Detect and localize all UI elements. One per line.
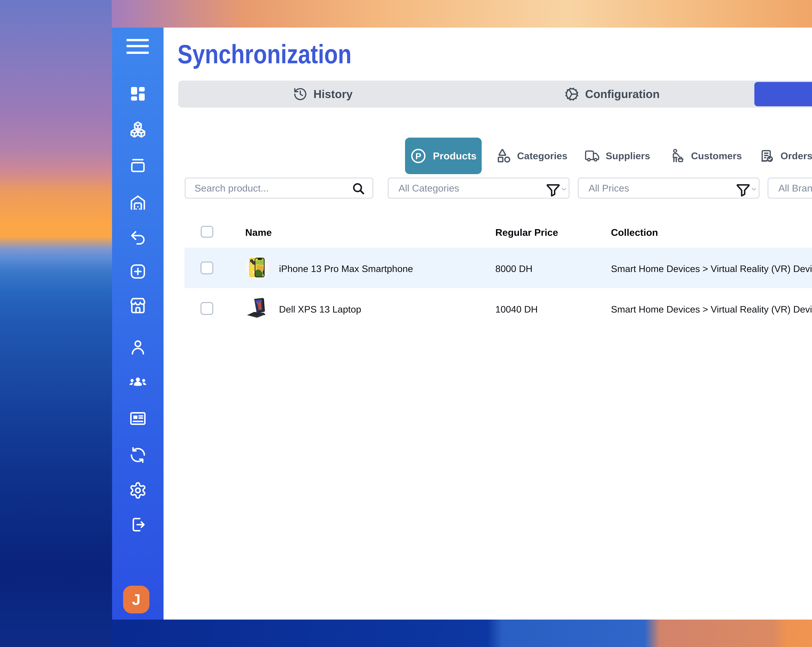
svg-text:P: P <box>415 151 421 161</box>
